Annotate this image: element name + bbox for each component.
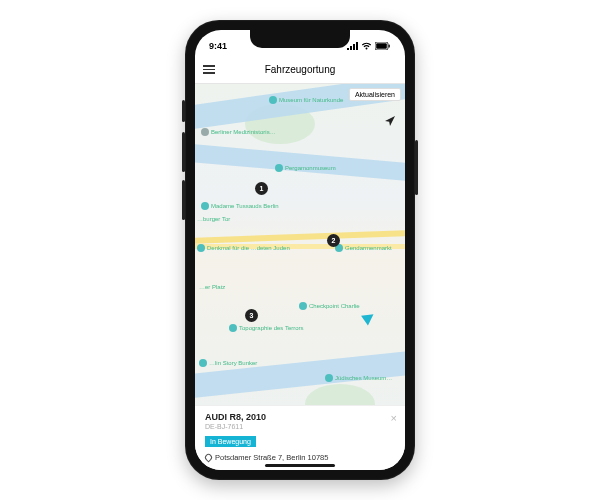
page-title: Fahrzeugortung xyxy=(265,64,336,75)
vehicle-plate: DE-BJ-7611 xyxy=(205,423,395,430)
refresh-button[interactable]: Aktualisieren xyxy=(349,88,401,101)
vehicle-marker[interactable]: 1 xyxy=(255,182,268,195)
current-direction-icon xyxy=(361,309,377,325)
poi-label[interactable]: …lin Story Bunker xyxy=(199,359,257,367)
poi-label[interactable]: Checkpoint Charlie xyxy=(299,302,360,310)
vehicle-card: × AUDI R8, 2010 DE-BJ-7611 In Bewegung P… xyxy=(195,405,405,470)
phone-frame: 9:41 Fahrzeugortung Aktualisieren Muse xyxy=(185,20,415,480)
status-time: 9:41 xyxy=(209,41,227,51)
map-park xyxy=(305,384,375,405)
poi-label[interactable]: Museum für Naturkunde xyxy=(269,96,343,104)
signal-icon xyxy=(347,42,358,50)
vehicle-marker[interactable]: 2 xyxy=(327,234,340,247)
map-road xyxy=(195,230,405,244)
svg-rect-2 xyxy=(389,45,390,48)
poi-label[interactable]: Denkmal für die …deten Juden xyxy=(197,244,290,252)
status-badge: In Bewegung xyxy=(205,436,256,447)
home-indicator[interactable] xyxy=(265,464,335,467)
map-river xyxy=(195,142,405,184)
phone-side-button xyxy=(182,132,185,172)
phone-screen: 9:41 Fahrzeugortung Aktualisieren Muse xyxy=(195,30,405,470)
locate-button[interactable] xyxy=(383,114,397,128)
pin-icon xyxy=(204,453,214,463)
menu-icon[interactable] xyxy=(203,65,215,74)
nav-bar: Fahrzeugortung xyxy=(195,56,405,84)
map-view[interactable]: Aktualisieren Museum für Naturkunde Berl… xyxy=(195,84,405,405)
phone-side-button xyxy=(182,100,185,122)
vehicle-marker[interactable]: 3 xyxy=(245,309,258,322)
vehicle-address: Potsdamer Straße 7, Berlin 10785 xyxy=(205,453,395,462)
phone-side-button xyxy=(182,180,185,220)
battery-icon xyxy=(375,42,391,50)
close-icon[interactable]: × xyxy=(391,412,397,424)
status-icons xyxy=(347,42,391,50)
poi-label[interactable]: Jüdisches Museum… xyxy=(325,374,392,382)
poi-label[interactable]: …er Platz xyxy=(199,284,225,290)
poi-label[interactable]: Gendarmenmarkt xyxy=(335,244,392,252)
poi-label[interactable]: …burger Tor xyxy=(197,216,230,222)
poi-label[interactable]: Topographie des Terrors xyxy=(229,324,304,332)
poi-label[interactable]: Pergamonmuseum xyxy=(275,164,336,172)
vehicle-title: AUDI R8, 2010 xyxy=(205,412,395,422)
location-arrow-icon xyxy=(384,115,396,127)
wifi-icon xyxy=(361,42,372,50)
poi-label[interactable]: Berliner Medizinistoris… xyxy=(201,128,276,136)
phone-side-button xyxy=(415,140,418,195)
poi-label[interactable]: Madame Tussauds Berlin xyxy=(201,202,279,210)
status-bar: 9:41 xyxy=(195,30,405,56)
svg-rect-1 xyxy=(376,43,387,49)
